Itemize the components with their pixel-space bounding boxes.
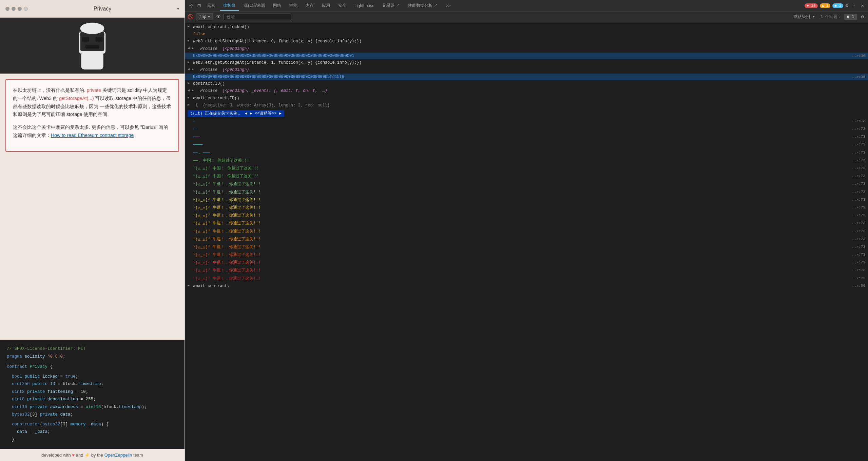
chat-11-src: ..↗:73 <box>852 197 865 203</box>
tab-network[interactable]: 网络 <box>270 1 285 11</box>
expand-toggle-promise2[interactable]: ◀ ▶ <box>188 67 194 72</box>
chat-line-10: ᴸ(△_△)ᴶ 牛逼！，你通过了这关!!! ..↗:73 <box>185 188 868 196</box>
getstorage2-content: web3.eth.getStorageAt(instance, 1, funct… <box>193 60 865 66</box>
line-1-content: await contract.locked() <box>193 24 863 31</box>
tab-performance[interactable]: 性能 <box>286 1 301 11</box>
console-line-1: ▶ await contract.locked() <box>185 24 868 31</box>
issues-label: 1 个问题： <box>821 14 842 20</box>
chat-12-src: ..↗:73 <box>852 205 865 211</box>
more-options-icon[interactable]: ⋮ <box>850 2 858 9</box>
chat-14-content: ᴸ(△_△)ᴶ 牛逼！，你通过了这关!!! <box>193 220 261 227</box>
context-dropdown-icon: ▾ <box>208 14 210 19</box>
expand-toggle-4[interactable]: ▶ <box>188 81 190 86</box>
code-contract: contract Privacy { <box>7 363 178 371</box>
log-levels-selector[interactable]: 默认级别 ▾ <box>794 14 815 20</box>
chat-16-content: ᴸ(△_△)ᴶ 牛逼！，你通过了这关!!! <box>193 236 261 243</box>
chat-14-src: ..↗:73 <box>852 220 865 227</box>
code-block: // SPDX-License-Identifier: MIT pragma s… <box>0 340 185 449</box>
chat-13-content: ᴸ(△_△)ᴶ 牛逼！，你通过了这关!!! <box>193 213 261 219</box>
hex-2-value: 0x00000000000000000000000000000000000000… <box>193 75 344 79</box>
code-close-constructor: } <box>7 436 178 444</box>
chat-line-11: ᴸ(△_△)ᴶ 牛逼！，你通过了这关!!! ..↗:73 <box>185 196 868 204</box>
promise2-content: Promise {<pending>} <box>193 67 865 73</box>
info-para-1: 在以太坊链上，没有什么是私有的. private 关键词只是 solidity … <box>13 86 172 119</box>
block-icon[interactable]: 🚫 <box>188 14 193 20</box>
expand-toggle-2[interactable]: ▶ <box>188 38 190 44</box>
tab-more[interactable]: >> <box>442 1 454 10</box>
chat-line-7: ᴸ(△_△)ᴶ 中国！ 你超过了这关!!! ..↗:73 <box>185 165 868 173</box>
tab-memory[interactable]: 内存 <box>302 1 317 11</box>
chat-line-5: ——. ——— ..↗:73 <box>185 149 868 157</box>
await-bottom-content: await contract. <box>193 283 852 289</box>
settings-icon[interactable]: ⚙ <box>860 13 865 20</box>
tab-recorder[interactable]: 记录器 ↗ <box>379 1 403 11</box>
expand-toggle-promise3[interactable]: ◀ ▶ <box>188 88 194 93</box>
dot-1 <box>5 7 9 11</box>
tab-security[interactable]: 安全 <box>335 1 350 11</box>
chat-3-content: ——— <box>193 134 200 140</box>
chat-line-2: —— ..↗:73 <box>185 125 868 133</box>
expand-toggle-promise1[interactable]: ◀ ▶ <box>188 46 194 51</box>
chat-1-src: ..↗:73 <box>852 118 865 125</box>
chat-line-15: ᴸ(△_△)ᴶ 牛逼！，你通过了这关!!! ..↗:73 <box>185 228 868 236</box>
chat-2-content: —— <box>193 126 198 133</box>
expand-toggle-obj[interactable]: ▶ <box>188 102 190 108</box>
top-label: top <box>199 15 207 19</box>
code-data-assign: data = _data; <box>7 428 178 436</box>
devtools-tabs-bar: ⊹ ⊡ 元素 控制台 源代码/来源 网络 性能 内存 应用 安全 Lightho… <box>185 0 868 12</box>
expand-toggle-5[interactable]: ▶ <box>188 95 190 101</box>
dropdown-arrow-icon[interactable]: ▾ <box>177 6 179 11</box>
chat-11-content: ᴸ(△_△)ᴶ 牛逼！，你通过了这关!!! <box>193 197 261 203</box>
tab-console[interactable]: 控制台 <box>220 0 239 11</box>
settings-gear-icon[interactable]: ⚙ <box>845 3 848 8</box>
top-context-selector[interactable]: top ▾ <box>196 13 213 20</box>
expand-toggle-bottom[interactable]: ▶ <box>188 283 190 288</box>
tab-elements[interactable]: 元素 <box>204 1 218 11</box>
console-filter-input[interactable] <box>224 14 291 20</box>
chat-17-src: ..↗:73 <box>852 244 865 250</box>
promise1-content: Promise {<pending>} <box>193 46 865 52</box>
chat-16-src: ..↗:73 <box>852 236 865 243</box>
chat-line-16: ᴸ(△_△)ᴶ 牛逼！，你通过了这关!!! ..↗:73 <box>185 236 868 243</box>
code-pragma: pragma solidity ^0.8.0; <box>7 353 178 361</box>
tab-perf-insights[interactable]: 性能数据分析 ↗ <box>405 1 441 11</box>
expand-toggle-1[interactable]: ▶ <box>188 24 190 29</box>
getstorage1-content: web3.eth.getStorageAt(instance, 0, funct… <box>193 38 865 45</box>
chat-line-4: ———— ..↗:73 <box>185 141 868 149</box>
tab-application[interactable]: 应用 <box>319 1 333 11</box>
info-link[interactable]: How to read Ethereum contract storage <box>51 133 134 138</box>
inspector-cursor-icon[interactable]: ⊹ <box>188 2 195 10</box>
expand-toggle-3[interactable]: ▶ <box>188 60 190 65</box>
code-line1: bool public locked = true; <box>7 373 178 381</box>
chat-line-21: ᴸ(△_△)ᴶ 牛逼！，你通过了这关!!! ..↗:73 <box>185 275 868 283</box>
chat-5-content: ——. ——— <box>193 150 210 156</box>
device-toggle-icon[interactable]: ⊡ <box>196 2 202 10</box>
console-line-getstorage1: ▶ web3.eth.getStorageAt(instance, 0, fun… <box>185 38 868 45</box>
console-line-promise2: ◀ ▶ Promise {<pending>} <box>185 66 868 74</box>
left-panel: Privacy ▾ 在以太 <box>0 0 185 461</box>
close-devtools-icon[interactable]: ✕ <box>860 2 865 9</box>
chat-8-src: ..↗:73 <box>852 173 865 180</box>
tab-lighthouse[interactable]: Lighthouse <box>351 1 378 10</box>
tab-sources[interactable]: 源代码/来源 <box>240 1 268 11</box>
chat-21-src: ..↗:73 <box>852 276 865 282</box>
console-line-getstorage2: ▶ web3.eth.getStorageAt(instance, 1, fun… <box>185 59 868 66</box>
chat-15-src: ..↗:73 <box>852 228 865 235</box>
openzeppelin-link[interactable]: OpenZeppelin <box>104 453 132 458</box>
highlight-getstorage: getStorageAt(...) <box>59 96 94 101</box>
svg-rect-7 <box>85 45 99 48</box>
chat-line-6: ——. 中国！ 你超过了这关!!! ..↗:73 <box>185 157 868 165</box>
hex-2-src: ..↗:35 <box>852 75 865 79</box>
hex-1-src: ..↗:35 <box>852 54 865 58</box>
chat-19-content: ᴸ(△_△)ᴶ 牛逼！，你通过了这关!!! <box>193 260 261 266</box>
svg-point-9 <box>80 22 104 34</box>
info-box-container: 在以太坊链上，没有什么是私有的. private 关键词只是 solidity … <box>0 74 185 340</box>
chat-4-content: ———— <box>193 142 203 148</box>
submit-badge[interactable]: t(…t) 正在提交关卡实例… ◀ ▶ <<请稍等>> ▶ <box>188 110 284 117</box>
chat-17-content: ᴸ(△_△)ᴶ 牛逼！，你通过了这关!!! <box>193 244 261 250</box>
footer-text: developed with ♥ and ⚡ by the OpenZeppel… <box>41 453 143 458</box>
svg-rect-0 <box>81 52 103 69</box>
eye-icon[interactable]: 👁 <box>216 14 221 20</box>
chat-6-content: ——. 中国！ 你超过了这关!!! <box>193 158 249 164</box>
info-para-2: 这不会比这个关卡中暴露的复杂太多. 更多的信息，可以参见 "Darius" 写的… <box>13 123 172 140</box>
